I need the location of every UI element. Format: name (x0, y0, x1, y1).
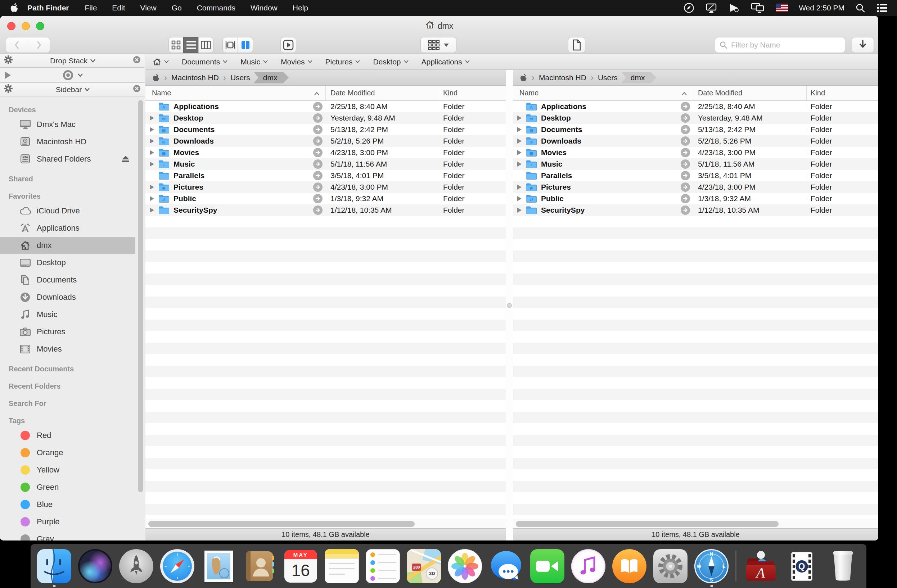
forward-button[interactable] (28, 37, 50, 53)
file-row[interactable]: SecuritySpy1/12/18, 10:35 AMFolder (145, 205, 506, 216)
location-services-icon[interactable] (684, 3, 694, 13)
column-header-date-modified[interactable]: Date Modified (698, 86, 742, 100)
reveal-arrow-button[interactable] (681, 205, 690, 215)
reveal-arrow-button[interactable] (313, 136, 323, 146)
file-row[interactable]: ▦Movies4/23/18, 3:00 PMFolder (513, 147, 878, 158)
reveal-arrow-button[interactable] (313, 194, 323, 203)
sidebar-item-shared-folders[interactable]: Shared Folders (0, 150, 135, 168)
sidebar-item-red[interactable]: Red (0, 427, 135, 444)
reveal-arrow-button[interactable] (313, 205, 323, 215)
divider-drag-handle[interactable] (507, 303, 512, 308)
breadcrumb-item-users[interactable]: Users (230, 73, 250, 82)
file-row[interactable]: ⇄Public1/3/18, 9:32 AMFolder (513, 193, 878, 205)
drop-stack-title[interactable]: Drop Stack (50, 57, 87, 65)
sidebar-item-green[interactable]: Green (0, 479, 135, 496)
reveal-arrow-button[interactable] (681, 136, 690, 146)
file-row[interactable]: Parallels3/5/18, 4:01 PMFolder (513, 170, 878, 181)
scrollbar-thumb[interactable] (516, 521, 779, 527)
dock-launchpad[interactable] (119, 549, 153, 583)
disclosure-triangle-icon[interactable] (150, 185, 154, 189)
sidebar-scrollbar-thumb[interactable] (138, 100, 143, 492)
dock-reminders[interactable] (366, 549, 400, 583)
dock-notes[interactable] (325, 549, 359, 583)
reveal-arrow-button[interactable] (313, 125, 323, 134)
file-row[interactable]: SecuritySpy1/12/18, 10:35 AMFolder (513, 205, 878, 216)
menu-edit[interactable]: Edit (112, 4, 125, 12)
file-row[interactable]: ⇄Public1/3/18, 9:32 AMFolder (145, 193, 506, 205)
sidebar-item-yellow[interactable]: Yellow (0, 461, 135, 479)
gear-icon[interactable] (4, 55, 13, 66)
disclosure-triangle-icon[interactable] (517, 208, 522, 213)
sidebar-item-icloud-drive[interactable]: iCloud Drive (0, 202, 135, 220)
icon-view-button[interactable] (168, 37, 184, 53)
disclosure-triangle-icon[interactable] (517, 139, 522, 144)
apple-icon[interactable] (519, 73, 527, 82)
file-row[interactable]: ▭DesktopYesterday, 9:48 AMFolder (145, 112, 506, 124)
dual-pane-button-active[interactable] (237, 37, 253, 53)
horizontal-scrollbar[interactable] (145, 519, 506, 528)
sidebar-item-documents[interactable]: Documents (0, 271, 135, 289)
file-row[interactable]: AApplications2/25/18, 8:40 AMFolder (145, 101, 506, 112)
dock-trash[interactable] (826, 549, 860, 583)
info-document-button[interactable] (568, 37, 585, 53)
dock-safari[interactable] (160, 549, 194, 583)
sort-ascending-indicator[interactable] (681, 86, 687, 100)
file-row[interactable]: ◎Downloads5/2/18, 5:26 PMFolder (145, 135, 506, 147)
dock-ibooks[interactable] (612, 549, 646, 583)
column-view-button[interactable] (198, 37, 213, 53)
drop-stack-body[interactable] (0, 68, 145, 83)
disclosure-triangle-icon[interactable] (150, 196, 154, 201)
shortcut-home[interactable] (153, 58, 169, 66)
sidebar-item-gray[interactable]: Gray (0, 530, 135, 541)
sidebar-item-applications[interactable]: Applications (0, 220, 135, 237)
dock-finder[interactable] (37, 549, 71, 583)
column-header-name[interactable]: Name (152, 86, 171, 100)
download-arrow-button[interactable] (852, 37, 874, 53)
display-menu-icon[interactable] (705, 3, 717, 13)
sidebar-panel-title[interactable]: Sidebar (56, 85, 82, 94)
column-header-kind[interactable]: Kind (811, 86, 825, 100)
dock-mail[interactable] (202, 549, 236, 583)
sort-ascending-indicator[interactable] (314, 86, 320, 100)
file-row[interactable]: ▤Documents5/13/18, 2:42 PMFolder (513, 124, 878, 135)
disclosure-triangle-icon[interactable] (150, 162, 154, 166)
breadcrumb-item-users[interactable]: Users (598, 73, 618, 82)
dock-calendar[interactable]: MAY16 (284, 549, 318, 583)
dock-acrobat[interactable]: A (744, 549, 778, 583)
notification-center-icon[interactable] (876, 3, 888, 12)
column-header-kind[interactable]: Kind (443, 86, 458, 100)
reveal-arrow-button[interactable] (313, 148, 323, 157)
sidebar-item-music[interactable]: Music (0, 306, 135, 323)
reveal-arrow-button[interactable] (313, 182, 323, 192)
dock-system-preferences[interactable] (653, 549, 687, 583)
sidebar-item-dmx[interactable]: dmx (0, 237, 135, 254)
drop-stack-play-button[interactable] (280, 37, 296, 53)
disclosure-triangle-icon[interactable] (150, 127, 154, 132)
reveal-arrow-button[interactable] (681, 194, 690, 203)
airplay-mirroring-icon[interactable] (728, 3, 740, 13)
sidebar-item-downloads[interactable]: Downloads (0, 289, 135, 306)
reveal-arrow-button[interactable] (313, 102, 323, 111)
close-panel-icon[interactable] (132, 84, 141, 95)
menu-window[interactable]: Window (251, 4, 277, 12)
dock-siri[interactable] (78, 549, 112, 583)
file-row[interactable]: ♪Music5/1/18, 11:56 AMFolder (145, 158, 506, 170)
sidebar-item-macintosh-hd[interactable]: Macintosh HD (0, 133, 135, 150)
file-row[interactable]: ◉Pictures4/23/18, 3:00 PMFolder (513, 181, 878, 193)
disclosure-triangle-icon[interactable] (517, 150, 522, 155)
sidebar-item-orange[interactable]: Orange (0, 444, 135, 461)
breadcrumb-current-folder[interactable]: dmx (621, 72, 657, 84)
file-row[interactable]: Parallels3/5/18, 4:01 PMFolder (145, 170, 506, 181)
file-row[interactable]: AApplications2/25/18, 8:40 AMFolder (513, 101, 878, 112)
gear-icon[interactable] (4, 84, 13, 95)
disclosure-triangle-icon[interactable] (517, 162, 522, 166)
filter-field[interactable] (715, 37, 845, 53)
reveal-arrow-button[interactable] (681, 182, 690, 192)
spotlight-search-icon[interactable] (855, 3, 865, 13)
breadcrumb-item-root[interactable]: Macintosh HD (539, 73, 586, 82)
column-header-name[interactable]: Name (519, 86, 539, 100)
shortcut-documents[interactable]: Documents (182, 58, 228, 66)
apple-icon[interactable] (152, 73, 160, 82)
disclosure-triangle-icon[interactable] (517, 127, 522, 132)
view-options-button[interactable] (421, 37, 456, 53)
